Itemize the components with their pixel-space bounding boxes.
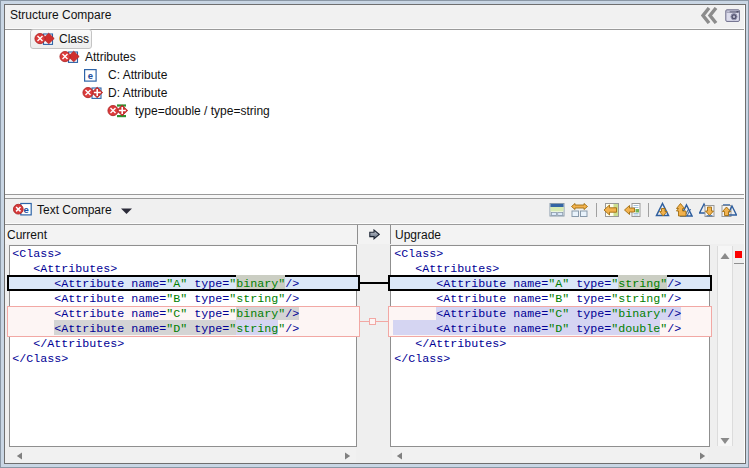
svg-text:e: e xyxy=(24,204,29,215)
svg-text:e: e xyxy=(88,70,93,81)
